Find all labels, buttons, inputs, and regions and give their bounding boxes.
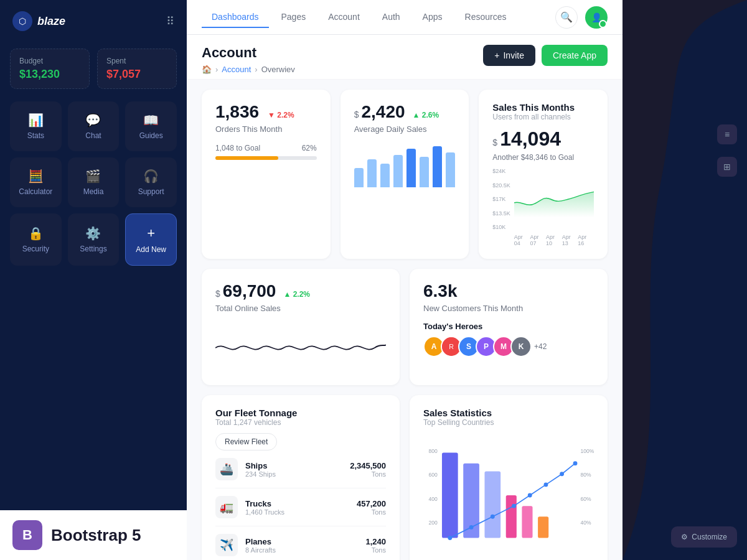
online-sales-change: ▲ 2.2% [283,290,310,299]
spent-value: $7,057 [106,68,167,81]
calculator-icon: 🧮 [28,169,44,184]
tab-auth[interactable]: Auth [372,7,410,28]
panel-icon-2[interactable]: ⊞ [717,157,737,177]
tab-account[interactable]: Account [318,7,370,28]
svg-rect-10 [484,471,500,538]
bar-1 [354,168,364,188]
hero-count: +42 [534,342,547,351]
daily-sales-label: Average Daily Sales [354,124,456,134]
customize-button[interactable]: ⚙ Customize [671,526,737,548]
orders-header: 1,836 ▼ 2.2% [215,102,317,122]
svg-point-20 [560,472,564,476]
panel-icon-1[interactable]: ≡ [717,124,737,144]
daily-sales-value: 2,420 [361,102,405,122]
fleet-row: Our Fleet Tonnage Total 1,247 vehicles R… [202,395,608,560]
bar-6 [420,157,429,187]
fleet-item-planes: ✈️ Planes 8 Aircrafts 1,240 Tons [215,526,386,560]
settings-label: Settings [80,245,106,253]
planes-sub: 8 Aircrafts [245,546,276,554]
svg-text:80%: 80% [581,472,592,478]
bar-8 [446,152,455,187]
sidebar-item-settings[interactable]: ⚙️ Settings [68,213,120,266]
sidebar: ⬡ blaze ⠿ Budget $13,230 Spent $7,057 📊 … [0,0,187,560]
sidebar-item-chat[interactable]: 💬 Chat [68,101,120,151]
menu-icon[interactable]: ⠿ [166,14,174,28]
svg-rect-12 [522,506,532,538]
fleet-item-trucks: 🚛 Trucks 1,460 Trucks 457,200 Tons [215,488,386,526]
sales-stats-chart: 800 600 400 200 100% 80% 60% 40% [423,433,594,558]
sales-month-note: Another $48,346 to Goal [492,153,594,162]
media-icon: 🎬 [85,169,101,184]
sidebar-item-add-new[interactable]: + Add New [125,213,177,266]
page-actions: + Invite Create App [483,45,608,66]
sidebar-item-support[interactable]: 🎧 Support [125,157,177,207]
bar-4 [393,155,403,188]
chat-label: Chat [85,131,101,140]
planes-icon: ✈️ [215,534,238,556]
tab-apps[interactable]: Apps [413,7,453,28]
wavy-svg [215,323,386,373]
svg-rect-8 [442,453,458,538]
daily-sales-chart [354,144,456,187]
budget-card: Budget $13,230 [10,49,90,89]
settings-icon: ⚙️ [85,226,101,241]
sidebar-item-calculator[interactable]: 🧮 Calculator [10,157,62,207]
invite-button[interactable]: + Invite [483,45,535,66]
breadcrumb-home[interactable]: 🏠 [202,65,212,74]
sidebar-item-media[interactable]: 🎬 Media [68,157,120,207]
sidebar-item-stats[interactable]: 📊 Stats [10,101,62,151]
progress-bar-bg [215,156,317,160]
sales-chart-wrap: $24K $20.5K $17K $13.5K $10K [492,168,594,246]
customers-card: 6.3k New Customers This Month Today's He… [410,269,608,385]
svg-rect-13 [538,516,548,538]
logo-icon: ⬡ [12,11,32,31]
heroes-label: Today's Heroes [423,322,594,331]
svg-text:400: 400 [429,496,438,502]
fleet-subtitle: Total 1,247 vehicles [215,418,386,427]
calculator-label: Calculator [19,187,52,196]
review-fleet-button[interactable]: Review Fleet [215,433,277,450]
progress-pct: 62% [302,144,317,152]
user-avatar[interactable]: 👤 [585,6,608,29]
budget-label: Budget [19,57,80,65]
bar-7 [433,146,442,188]
online-sales-value: 69,700 [223,281,276,301]
planes-name: Planes [245,537,276,546]
tab-resources[interactable]: Resources [455,7,517,28]
support-label: Support [138,187,164,196]
spent-label: Spent [106,57,167,65]
svg-point-15 [469,525,474,530]
ships-unit: Tons [350,470,386,478]
sales-month-subtitle: Users from all channels [492,113,594,121]
security-label: Security [22,245,49,253]
hero-avatar-6: K [510,336,532,357]
online-sales-label: Total Online Sales [215,304,386,313]
tab-pages[interactable]: Pages [271,7,316,28]
spent-card: Spent $7,057 [97,49,177,89]
breadcrumb-account[interactable]: Account [222,65,251,74]
sidebar-item-security[interactable]: 🔒 Security [10,213,62,266]
tab-dashboards[interactable]: Dashboards [202,7,269,28]
progress-bar-fill [215,156,278,160]
new-customers-value: 6.3k [423,281,458,301]
bootstrap-icon: B [12,520,42,550]
support-icon: 🎧 [143,169,159,184]
breadcrumb: 🏠 › Account › Overwiev [202,65,295,74]
page-header: Account 🏠 › Account › Overwiev + Invite … [187,35,622,80]
planes-unit: Tons [365,546,386,554]
panel-curve [622,0,747,560]
progress-goal-label: 1,048 to Goal [215,144,260,152]
daily-sales-change: ▲ 2.6% [413,111,439,119]
hero-avatars: A S P M K +42 [423,336,594,357]
sales-stats-title: Sales Statistics [423,408,594,418]
orders-card: 1,836 ▼ 2.2% Orders This Month 1,048 to … [202,90,331,259]
wavy-line [215,345,386,349]
create-app-button[interactable]: Create App [542,45,608,66]
chat-icon: 💬 [85,113,101,128]
sidebar-item-guides[interactable]: 📖 Guides [125,101,177,151]
stats-label: Stats [27,131,44,140]
add-new-icon: + [147,225,155,241]
search-button[interactable]: 🔍 [555,6,578,29]
sales-month-card: Sales This Months Users from all channel… [479,90,608,259]
svg-text:60%: 60% [581,496,592,502]
